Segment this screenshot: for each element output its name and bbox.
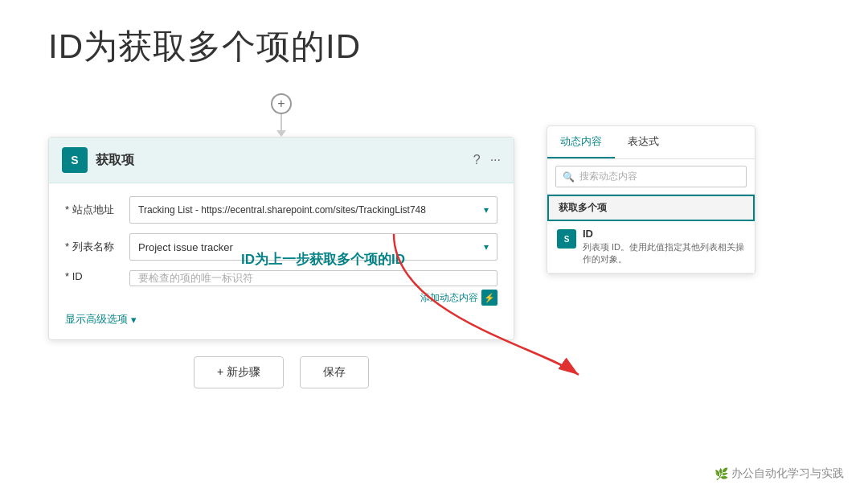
site-label: * 站点地址 (65, 203, 121, 217)
page: ID为获取多个项的ID + S 获取项 (0, 0, 868, 489)
item-icon: S (557, 229, 576, 249)
get-item-card: S 获取项 ? ··· * 站点地址 Tracking List - https… (48, 137, 514, 340)
item-content: ID 列表项 ID。使用此值指定其他列表相关操作的对象。 (583, 228, 745, 266)
show-advanced-chevron: ▾ (131, 314, 137, 326)
list-value: Project issue tracker (138, 241, 233, 253)
card-title: 获取项 (96, 152, 465, 169)
help-icon[interactable]: ? (473, 153, 481, 167)
id-field-row: * ID 要检查的项的唯一标识符 添加动态内容 ⚡ (65, 270, 497, 306)
right-panel-tabs: 动态内容 表达式 (547, 126, 755, 159)
id-input-area: 要检查的项的唯一标识符 添加动态内容 ⚡ (129, 270, 497, 306)
connector-top: + (271, 93, 292, 137)
sharepoint-icon: S (62, 147, 88, 173)
add-dynamic-link[interactable]: 添加动态内容 (420, 291, 478, 305)
dynamic-icon[interactable]: ⚡ (481, 290, 497, 306)
connector-line (280, 114, 282, 130)
watermark-text: 办公自动化学习与实践 (731, 466, 844, 481)
page-title: ID为获取多个项的ID (48, 24, 820, 69)
right-search-area: 🔍 搜索动态内容 (547, 159, 755, 195)
add-step-connector[interactable]: + (271, 93, 292, 114)
add-dynamic-area: 添加动态内容 ⚡ (129, 290, 497, 306)
card-header-icons: ? ··· (473, 153, 501, 167)
tab-dynamic[interactable]: 动态内容 (547, 126, 615, 158)
more-options-icon[interactable]: ··· (490, 153, 501, 167)
new-step-button[interactable]: + 新步骤 (194, 356, 284, 388)
content-area: + S 获取项 ? ··· (48, 93, 820, 388)
id-input[interactable]: 要检查的项的唯一标识符 (129, 270, 497, 286)
watermark-emoji: 🌿 (714, 467, 728, 480)
tab-expression[interactable]: 表达式 (615, 126, 672, 158)
card-body: * 站点地址 Tracking List - https://ecentral.… (49, 183, 514, 339)
site-value: Tracking List - https://ecentral.sharepo… (138, 204, 426, 216)
dynamic-item-id[interactable]: S ID 列表项 ID。使用此值指定其他列表相关操作的对象。 (547, 221, 755, 273)
left-panel: + S 获取项 ? ··· (48, 93, 514, 388)
list-name-row: * 列表名称 Project issue tracker ▾ (65, 233, 497, 261)
icon-letter: S (71, 154, 78, 166)
list-chevron-icon: ▾ (484, 241, 489, 253)
section-header: 获取多个项 (547, 195, 755, 221)
list-name-input[interactable]: Project issue tracker ▾ (129, 233, 497, 261)
id-label: * ID (65, 270, 121, 282)
item-icon-letter: S (564, 235, 570, 244)
search-icon: 🔍 (563, 171, 575, 183)
arrow-down-icon (276, 130, 286, 137)
site-chevron-icon: ▾ (484, 204, 489, 216)
site-address-row: * 站点地址 Tracking List - https://ecentral.… (65, 196, 497, 224)
show-advanced-row[interactable]: 显示高级选项 ▾ (65, 312, 497, 327)
watermark: 🌿 办公自动化学习与实践 (714, 466, 844, 481)
plus-icon: + (277, 97, 285, 111)
show-advanced-label: 显示高级选项 (65, 312, 128, 327)
item-desc: 列表项 ID。使用此值指定其他列表相关操作的对象。 (583, 241, 745, 266)
right-panel: 动态内容 表达式 🔍 搜索动态内容 获取多个项 S ID 列表项 ID。使用 (547, 125, 755, 274)
search-box[interactable]: 🔍 搜索动态内容 (555, 166, 747, 187)
bottom-buttons: + 新步骤 保存 (194, 356, 369, 388)
item-title: ID (583, 228, 745, 240)
id-placeholder: 要检查的项的唯一标识符 (138, 271, 253, 286)
save-button[interactable]: 保存 (300, 356, 369, 388)
site-address-input[interactable]: Tracking List - https://ecentral.sharepo… (129, 196, 497, 224)
lightning-icon: ⚡ (484, 293, 495, 303)
list-label: * 列表名称 (65, 240, 121, 254)
card-header: S 获取项 ? ··· (49, 138, 514, 183)
search-placeholder: 搜索动态内容 (579, 170, 739, 183)
